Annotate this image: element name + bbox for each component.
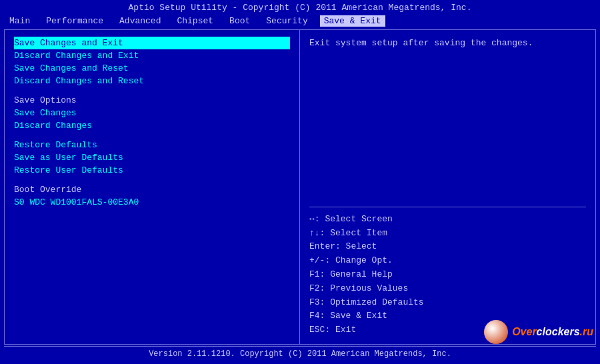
menu-option-2-0[interactable]: Restore Defaults (14, 139, 290, 151)
help-item-2: Enter: Select (309, 240, 586, 254)
menu-item-advanced[interactable]: Advanced (115, 15, 165, 27)
menu-option-0-1[interactable]: Discard Changes and Exit (14, 49, 290, 62)
help-item-5: F2: Previous Values (309, 282, 586, 296)
menu-item-save--exit[interactable]: Save & Exit (320, 15, 385, 27)
footer: Version 2.11.1210. Copyright (C) 2011 Am… (4, 346, 596, 361)
footer-text: Version 2.11.1210. Copyright (C) 2011 Am… (149, 349, 451, 359)
help-item-4: F1: General Help (309, 268, 586, 282)
menu-option-0-0[interactable]: Save Changes and Exit (14, 37, 290, 49)
section-gap-3 (14, 177, 290, 183)
bios-setup-utility: Aptio Setup Utility - Copyright (C) 2011… (0, 0, 600, 364)
help-item-1: ↑↓: Select Item (309, 227, 586, 241)
right-panel: Exit system setup after saving the chang… (300, 30, 595, 344)
section-label-1: Save Options (14, 94, 290, 107)
menu-bar: MainPerformanceAdvancedChipsetBootSecuri… (0, 14, 600, 28)
help-item-3: +/-: Change Opt. (309, 254, 586, 268)
main-content: Save Changes and ExitDiscard Changes and… (4, 29, 596, 345)
section-gap-1 (14, 87, 290, 94)
menu-option-1-1[interactable]: Discard Changes (14, 119, 290, 132)
menu-option-2-2[interactable]: Restore User Defaults (14, 164, 290, 177)
menu-item-main[interactable]: Main (5, 15, 34, 27)
help-item-0: ↔: Select Screen (309, 213, 586, 227)
menu-option-1-0[interactable]: Save Changes (14, 107, 290, 119)
menu-item-chipset[interactable]: Chipset (173, 15, 217, 27)
title-bar: Aptio Setup Utility - Copyright (C) 2011… (0, 0, 600, 14)
menu-option-0-3[interactable]: Discard Changes and Reset (14, 75, 290, 87)
watermark-logo: Overclockers.ru (484, 320, 593, 344)
description-box: Exit system setup after saving the chang… (309, 37, 586, 50)
logo-circle (484, 320, 508, 344)
title-text: Aptio Setup Utility - Copyright (C) 2011… (129, 3, 472, 13)
section-gap-2 (14, 132, 290, 139)
help-item-6: F3: Optimized Defaults (309, 296, 586, 310)
menu-option-2-1[interactable]: Save as User Defaults (14, 151, 290, 164)
menu-item-security[interactable]: Security (262, 15, 311, 27)
menu-option-3-0[interactable]: S0 WDC WD1001FALS-00E3A0 (14, 196, 290, 209)
left-panel: Save Changes and ExitDiscard Changes and… (5, 30, 300, 344)
menu-item-boot[interactable]: Boot (225, 15, 254, 27)
help-box: ↔: Select Screen↑↓: Select ItemEnter: Se… (309, 207, 586, 337)
menu-option-0-2[interactable]: Save Changes and Reset (14, 62, 290, 75)
section-label-3: Boot Override (14, 183, 290, 196)
logo-text: Overclockers.ru (512, 326, 593, 338)
menu-item-performance[interactable]: Performance (42, 15, 107, 27)
